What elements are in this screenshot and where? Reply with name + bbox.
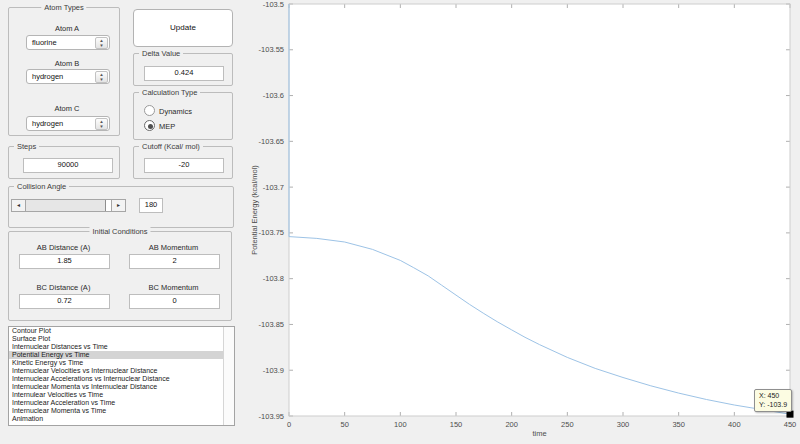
list-item[interactable]: Contour Plot	[9, 327, 223, 335]
list-item[interactable]: Internuclear Distances vs Time	[9, 343, 223, 351]
plot-type-listbox[interactable]: Contour PlotSurface PlotInternuclear Dis…	[8, 326, 235, 426]
atom-a-label: Atom A	[26, 24, 108, 33]
cutoff-group: Cutoff (Kcal/ mol) -20	[133, 146, 233, 179]
initial-field-input[interactable]: 0.72	[19, 294, 110, 309]
atom-b-dropdown[interactable]: hydrogen▲▼	[26, 69, 110, 84]
x-axis-label: time	[532, 429, 546, 438]
x-tick-label: 200	[505, 420, 518, 429]
x-tick-label: 400	[728, 420, 741, 429]
atom-c-dropdown[interactable]: hydrogen▲▼	[26, 116, 110, 131]
x-tick-label: 0	[287, 420, 291, 429]
atom-c-value: hydrogen	[32, 120, 63, 128]
list-item[interactable]: Potential Energy vs Time	[9, 351, 223, 359]
slider-right-arrow-icon[interactable]: ▸	[111, 200, 125, 211]
x-tick-label: 300	[617, 420, 630, 429]
y-axis-label: Potential Energy (kcal/mol)	[250, 165, 259, 255]
x-tick-label: 350	[672, 420, 685, 429]
potential-energy-plot[interactable]: 050100150200250300350400450-103.5-103.55…	[240, 0, 800, 444]
radio-mep-label: MEP	[159, 122, 175, 131]
initial-field-input[interactable]: 0	[129, 294, 220, 309]
y-tick-label: -103.65	[259, 137, 284, 146]
radio-dynamics[interactable]	[144, 105, 155, 116]
update-button[interactable]: Update	[133, 9, 233, 47]
list-item[interactable]: Internuclear Velocities vs Internuclear …	[9, 367, 223, 375]
radio-dynamics-label: Dynamics	[159, 107, 192, 116]
delta-value-title: Delta Value	[139, 49, 183, 58]
datatip-x-value: X: 450	[759, 392, 787, 401]
x-tick-label: 450	[784, 420, 797, 429]
radio-selected-dot	[148, 124, 153, 129]
initial-field-label: AB Momentum	[129, 243, 218, 252]
y-tick-label: -103.6	[263, 91, 284, 100]
atom-a-dropdown[interactable]: fluorine▲▼	[26, 35, 110, 50]
cutoff-title: Cutoff (Kcal/ mol)	[139, 142, 203, 151]
slider-left-arrow-icon[interactable]: ◂	[12, 200, 26, 211]
list-item[interactable]: Internulear Velocities vs Time	[9, 391, 223, 399]
pes-simulation-window: Atom Types Atom Afluorine▲▼Atom Bhydroge…	[0, 0, 800, 444]
initial-field-input[interactable]: 2	[129, 254, 220, 269]
chevron-up-down-icon[interactable]: ▲▼	[95, 71, 108, 83]
collision-angle-group: Collision Angle ◂ ▸ 180	[8, 186, 234, 228]
plot-canvas[interactable]	[289, 4, 790, 416]
x-tick-label: 150	[450, 420, 463, 429]
delta-value-group: Delta Value 0.424	[133, 53, 233, 86]
calculation-type-title: Calculation Type	[139, 88, 200, 97]
datatip-y-value: Y: -103.9	[759, 401, 787, 410]
atom-c-label: Atom C	[26, 104, 108, 113]
initial-field-label: BC Distance (A)	[19, 283, 108, 292]
collision-angle-slider[interactable]: ◂ ▸	[11, 199, 126, 212]
list-item[interactable]: Internuclear Accelerations vs Internucle…	[9, 375, 223, 383]
collision-angle-title: Collision Angle	[14, 182, 69, 191]
list-item[interactable]: Internuclear Momenta vs Internuclear Dis…	[9, 383, 223, 391]
collision-angle-field[interactable]: 180	[139, 198, 163, 213]
calculation-type-group: Calculation Type DynamicsMEP	[133, 92, 233, 140]
atom-b-label: Atom B	[26, 59, 108, 68]
delta-value-field[interactable]: 0.424	[144, 66, 224, 81]
list-item[interactable]: Internuclear Momenta vs Time	[9, 407, 223, 415]
chevron-up-down-icon[interactable]: ▲▼	[95, 118, 108, 130]
atom-a-value: fluorine	[32, 39, 57, 47]
list-item[interactable]: Kinetic Energy vs Time	[9, 359, 223, 367]
y-tick-label: -103.9	[263, 366, 284, 375]
initial-conditions-group: Initial Conditions AB Distance (A)1.85AB…	[8, 231, 232, 321]
list-item[interactable]: Surface Plot	[9, 335, 223, 343]
x-tick-label: 100	[394, 420, 407, 429]
y-tick-label: -103.85	[259, 320, 284, 329]
x-tick-label: 250	[561, 420, 574, 429]
listbox-scrollbar[interactable]	[223, 327, 234, 425]
x-tick-label: 50	[340, 420, 348, 429]
radio-mep[interactable]	[144, 120, 155, 131]
steps-field[interactable]: 90000	[23, 158, 113, 173]
y-tick-label: -103.8	[263, 274, 284, 283]
steps-title: Steps	[14, 142, 39, 151]
y-tick-label: -103.75	[259, 228, 284, 237]
atom-b-value: hydrogen	[32, 73, 63, 81]
initial-field-input[interactable]: 1.85	[19, 254, 110, 269]
steps-group: Steps 90000	[8, 146, 120, 179]
datatip[interactable]: X: 450 Y: -103.9	[754, 389, 792, 412]
y-tick-label: -103.5	[263, 0, 284, 9]
y-tick-label: -103.95	[259, 412, 284, 421]
y-tick-label: -103.55	[259, 45, 284, 54]
list-item[interactable]: Animation	[9, 415, 223, 423]
list-item[interactable]: Internuclear Acceleration vs Time	[9, 399, 223, 407]
chevron-up-down-icon[interactable]: ▲▼	[95, 37, 108, 49]
atom-types-group: Atom Types Atom Afluorine▲▼Atom Bhydroge…	[8, 7, 120, 136]
atom-types-title: Atom Types	[41, 3, 86, 12]
y-tick-label: -103.7	[263, 183, 284, 192]
initial-field-label: BC Momentum	[129, 283, 218, 292]
initial-field-label: AB Distance (A)	[19, 243, 108, 252]
initial-conditions-title: Initial Conditions	[89, 227, 150, 236]
cutoff-field[interactable]: -20	[144, 158, 224, 173]
